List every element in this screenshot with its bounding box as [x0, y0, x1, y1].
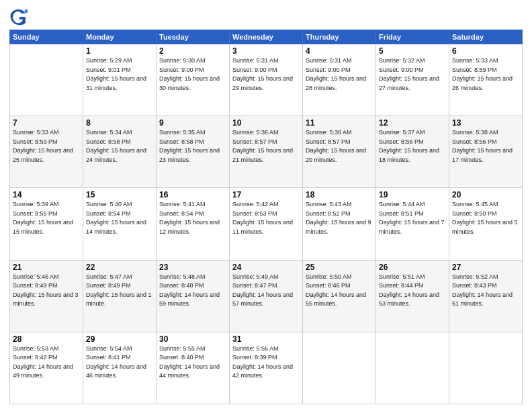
day-info: Sunrise: 5:31 AMSunset: 9:00 PMDaylight:…	[306, 56, 373, 93]
day-number: 13	[452, 118, 519, 128]
day-number: 6	[452, 46, 519, 56]
day-number: 12	[379, 118, 446, 128]
day-info: Sunrise: 5:38 AMSunset: 8:56 PMDaylight:…	[452, 128, 519, 165]
day-number: 19	[379, 190, 446, 199]
day-info: Sunrise: 5:53 AMSunset: 8:42 PMDaylight:…	[13, 345, 80, 381]
calendar-cell: 8Sunrise: 5:34 AMSunset: 8:58 PMDaylight…	[83, 116, 157, 188]
day-info: Sunrise: 5:42 AMSunset: 8:53 PMDaylight:…	[232, 200, 300, 236]
day-number: 26	[379, 263, 446, 272]
day-info: Sunrise: 5:31 AMSunset: 9:00 PMDaylight:…	[232, 56, 300, 93]
calendar-cell	[376, 332, 449, 404]
calendar-cell: 10Sunrise: 5:36 AMSunset: 8:57 PMDayligh…	[230, 116, 303, 188]
day-info: Sunrise: 5:44 AMSunset: 8:51 PMDaylight:…	[379, 200, 446, 236]
calendar-cell: 26Sunrise: 5:51 AMSunset: 8:44 PMDayligh…	[376, 260, 449, 332]
calendar-cell: 30Sunrise: 5:55 AMSunset: 8:40 PMDayligh…	[157, 332, 230, 404]
day-number: 14	[13, 190, 80, 199]
day-number: 18	[306, 190, 373, 199]
weekday-header: Monday	[83, 30, 157, 44]
day-info: Sunrise: 5:45 AMSunset: 8:50 PMDaylight:…	[452, 200, 519, 236]
day-info: Sunrise: 5:41 AMSunset: 8:54 PMDaylight:…	[159, 200, 226, 236]
weekday-header: Saturday	[449, 30, 523, 44]
day-number: 16	[159, 190, 226, 199]
calendar-cell: 20Sunrise: 5:45 AMSunset: 8:50 PMDayligh…	[449, 188, 523, 260]
page: SundayMondayTuesdayWednesdayThursdayFrid…	[0, 0, 532, 411]
day-info: Sunrise: 5:54 AMSunset: 8:41 PMDaylight:…	[86, 345, 153, 381]
day-info: Sunrise: 5:36 AMSunset: 8:57 PMDaylight:…	[306, 128, 373, 165]
day-info: Sunrise: 5:33 AMSunset: 8:59 PMDaylight:…	[452, 56, 519, 93]
day-number: 24	[232, 263, 300, 272]
calendar-cell: 1Sunrise: 5:29 AMSunset: 9:01 PMDaylight…	[83, 44, 157, 116]
calendar-cell: 29Sunrise: 5:54 AMSunset: 8:41 PMDayligh…	[83, 332, 157, 404]
day-info: Sunrise: 5:35 AMSunset: 8:58 PMDaylight:…	[159, 128, 226, 165]
day-number: 27	[452, 263, 519, 272]
calendar-cell: 24Sunrise: 5:49 AMSunset: 8:47 PMDayligh…	[230, 260, 303, 332]
weekday-header: Tuesday	[157, 30, 230, 44]
day-info: Sunrise: 5:29 AMSunset: 9:01 PMDaylight:…	[86, 56, 153, 93]
day-number: 15	[86, 190, 153, 199]
weekday-header: Sunday	[10, 30, 83, 44]
calendar-cell: 13Sunrise: 5:38 AMSunset: 8:56 PMDayligh…	[449, 116, 523, 188]
weekday-header: Friday	[376, 30, 449, 44]
calendar-cell: 16Sunrise: 5:41 AMSunset: 8:54 PMDayligh…	[157, 188, 230, 260]
day-info: Sunrise: 5:43 AMSunset: 8:52 PMDaylight:…	[306, 200, 373, 236]
day-info: Sunrise: 5:46 AMSunset: 8:49 PMDaylight:…	[13, 273, 80, 309]
calendar-cell: 21Sunrise: 5:46 AMSunset: 8:49 PMDayligh…	[10, 260, 83, 332]
logo-icon	[9, 7, 28, 26]
day-number: 3	[232, 46, 300, 56]
day-info: Sunrise: 5:56 AMSunset: 8:39 PMDaylight:…	[232, 345, 300, 381]
calendar-week-row: 1Sunrise: 5:29 AMSunset: 9:01 PMDaylight…	[10, 44, 523, 116]
calendar-week-row: 14Sunrise: 5:39 AMSunset: 8:55 PMDayligh…	[10, 188, 523, 260]
header	[9, 7, 523, 26]
day-info: Sunrise: 5:50 AMSunset: 8:46 PMDaylight:…	[306, 273, 373, 309]
day-info: Sunrise: 5:48 AMSunset: 8:48 PMDaylight:…	[159, 273, 226, 309]
calendar-cell: 17Sunrise: 5:42 AMSunset: 8:53 PMDayligh…	[230, 188, 303, 260]
calendar-cell: 6Sunrise: 5:33 AMSunset: 8:59 PMDaylight…	[449, 44, 523, 116]
calendar-cell	[10, 44, 83, 116]
day-number: 22	[86, 263, 153, 272]
day-number: 31	[232, 334, 300, 344]
day-info: Sunrise: 5:37 AMSunset: 8:56 PMDaylight:…	[379, 128, 446, 165]
day-number: 29	[86, 334, 153, 344]
calendar-table: SundayMondayTuesdayWednesdayThursdayFrid…	[9, 30, 523, 404]
calendar-cell: 18Sunrise: 5:43 AMSunset: 8:52 PMDayligh…	[303, 188, 376, 260]
day-number: 1	[86, 46, 153, 56]
day-info: Sunrise: 5:51 AMSunset: 8:44 PMDaylight:…	[379, 273, 446, 309]
day-number: 25	[306, 263, 373, 272]
weekday-header: Thursday	[303, 30, 376, 44]
calendar-cell: 3Sunrise: 5:31 AMSunset: 9:00 PMDaylight…	[230, 44, 303, 116]
calendar-cell	[303, 332, 376, 404]
day-info: Sunrise: 5:47 AMSunset: 8:49 PMDaylight:…	[86, 273, 153, 309]
calendar-cell: 19Sunrise: 5:44 AMSunset: 8:51 PMDayligh…	[376, 188, 449, 260]
calendar-cell: 14Sunrise: 5:39 AMSunset: 8:55 PMDayligh…	[10, 188, 83, 260]
day-number: 11	[306, 118, 373, 128]
day-number: 21	[13, 263, 80, 272]
calendar-cell: 23Sunrise: 5:48 AMSunset: 8:48 PMDayligh…	[157, 260, 230, 332]
calendar-cell: 28Sunrise: 5:53 AMSunset: 8:42 PMDayligh…	[10, 332, 83, 404]
calendar-cell	[449, 332, 523, 404]
day-number: 2	[159, 46, 226, 56]
day-number: 10	[232, 118, 300, 128]
day-info: Sunrise: 5:33 AMSunset: 8:59 PMDaylight:…	[13, 128, 80, 165]
logo	[9, 7, 31, 26]
day-number: 8	[86, 118, 153, 128]
day-number: 9	[159, 118, 226, 128]
day-number: 4	[306, 46, 373, 56]
calendar-cell: 2Sunrise: 5:30 AMSunset: 9:00 PMDaylight…	[157, 44, 230, 116]
day-info: Sunrise: 5:49 AMSunset: 8:47 PMDaylight:…	[232, 273, 300, 309]
day-info: Sunrise: 5:55 AMSunset: 8:40 PMDaylight:…	[159, 345, 226, 381]
day-number: 20	[452, 190, 519, 199]
day-number: 30	[159, 334, 226, 344]
calendar-week-row: 21Sunrise: 5:46 AMSunset: 8:49 PMDayligh…	[10, 260, 523, 332]
day-info: Sunrise: 5:40 AMSunset: 8:54 PMDaylight:…	[86, 200, 153, 236]
weekday-header: Wednesday	[230, 30, 303, 44]
calendar-week-row: 28Sunrise: 5:53 AMSunset: 8:42 PMDayligh…	[10, 332, 523, 404]
day-info: Sunrise: 5:36 AMSunset: 8:57 PMDaylight:…	[232, 128, 300, 165]
day-number: 7	[13, 118, 80, 128]
calendar-week-row: 7Sunrise: 5:33 AMSunset: 8:59 PMDaylight…	[10, 116, 523, 188]
calendar-cell: 5Sunrise: 5:32 AMSunset: 9:00 PMDaylight…	[376, 44, 449, 116]
calendar-cell: 31Sunrise: 5:56 AMSunset: 8:39 PMDayligh…	[230, 332, 303, 404]
day-number: 17	[232, 190, 300, 199]
calendar-cell: 27Sunrise: 5:52 AMSunset: 8:43 PMDayligh…	[449, 260, 523, 332]
calendar-cell: 25Sunrise: 5:50 AMSunset: 8:46 PMDayligh…	[303, 260, 376, 332]
day-number: 23	[159, 263, 226, 272]
